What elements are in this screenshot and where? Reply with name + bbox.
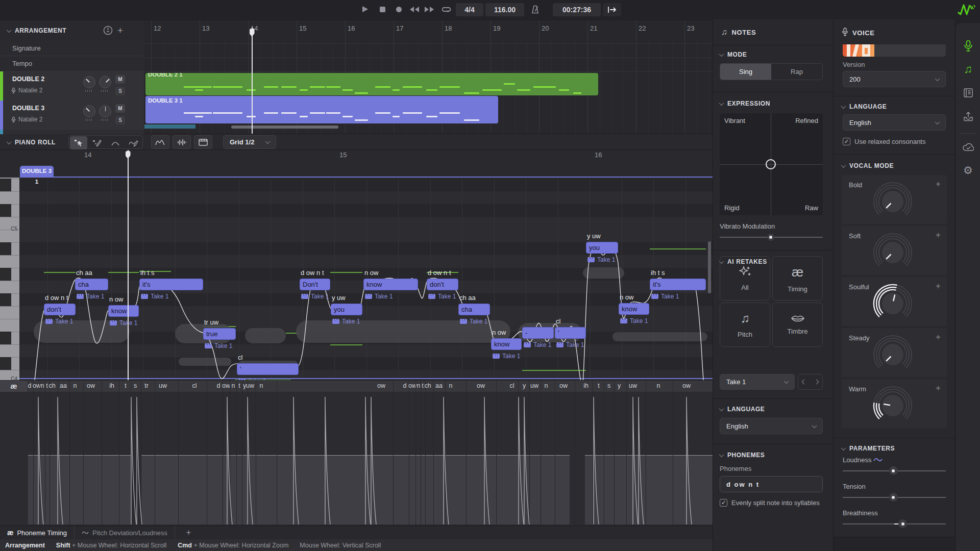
track-volume-knob[interactable] (83, 105, 95, 117)
mute-button[interactable]: M (115, 104, 125, 113)
timing-boundary[interactable] (83, 392, 84, 525)
mode-sing-button[interactable]: Sing (720, 64, 771, 80)
clip-tab[interactable]: DOUBLE 3 1 (20, 166, 54, 177)
tempo-track-icon[interactable] (103, 26, 113, 37)
arrangement-header[interactable]: ARRANGEMENT (7, 27, 66, 34)
phoneme-cell[interactable]: ch (423, 382, 433, 389)
timing-boundary[interactable] (604, 392, 604, 525)
take-label[interactable]: Take 1 (524, 341, 551, 348)
mute-button[interactable]: M (115, 75, 125, 84)
note[interactable]: know (363, 279, 418, 290)
voice-card-thumbnail[interactable] (843, 44, 946, 57)
black-key[interactable] (0, 204, 11, 217)
note[interactable]: it's (650, 279, 706, 290)
grid-select-dropdown[interactable]: Grid 1/2 (223, 135, 276, 149)
phonemes-input[interactable]: d ow n t (720, 476, 823, 492)
fast-forward-button[interactable] (423, 2, 436, 16)
add-automation-button[interactable]: + (936, 332, 941, 342)
note[interactable]: you (331, 304, 362, 315)
phoneme-cell[interactable]: n (70, 382, 80, 389)
metronome-icon[interactable] (528, 2, 542, 16)
timing-boundary[interactable] (445, 392, 446, 525)
piano-roll[interactable]: 141516DOUBLE 3 1C5C4don'td ow n tTake 1c… (0, 150, 713, 380)
phoneme-cell[interactable]: uw (628, 382, 638, 389)
microphone-icon[interactable] (956, 37, 980, 55)
voice-language-section-header[interactable]: LANGUAGE (842, 103, 887, 110)
timing-boundary[interactable] (207, 392, 207, 525)
voice-language-dropdown[interactable]: English (843, 114, 946, 131)
phoneme-cell[interactable]: tr (141, 382, 152, 389)
checkbox-checked-icon[interactable]: ✓ (720, 499, 727, 507)
horizontal-scrollbar[interactable] (231, 126, 338, 129)
add-automation-button[interactable]: + (936, 230, 941, 240)
timing-boundary[interactable] (230, 392, 230, 525)
phoneme-cell[interactable]: ih (107, 382, 117, 389)
music-note-icon[interactable]: ♫ (956, 61, 980, 78)
clip-double-2-1[interactable]: DOUBLE 2 1 (145, 73, 598, 95)
note-select-tool[interactable] (70, 136, 87, 149)
timing-boundary[interactable] (155, 392, 155, 525)
phoneme-cell[interactable]: uw (245, 382, 255, 389)
timing-boundary[interactable] (529, 392, 530, 525)
black-key[interactable] (0, 242, 11, 255)
timing-boundary[interactable] (421, 392, 421, 525)
track-row[interactable]: DOUBLE 3Natalie 2MS (0, 101, 144, 130)
solo-button[interactable]: S (115, 87, 125, 95)
timing-boundary[interactable] (646, 392, 646, 525)
next-take-button[interactable] (811, 374, 823, 389)
tab-pitch-deviation-loudness[interactable]: Pitch Deviation/Loudness (74, 526, 175, 539)
retake-pitch-button[interactable]: ♫Pitch (720, 303, 770, 347)
record-button[interactable] (392, 2, 405, 16)
phoneme-timing-lane[interactable] (0, 392, 713, 525)
timing-boundary[interactable] (33, 392, 34, 525)
collapse-chevron-icon[interactable] (7, 139, 12, 144)
black-key[interactable] (0, 179, 11, 191)
take-label[interactable]: Take 1 (332, 318, 360, 325)
phoneme-cell[interactable]: ow (476, 382, 486, 389)
timing-boundary[interactable] (236, 392, 237, 525)
automation-row-tempo[interactable]: Tempo (0, 56, 144, 71)
phoneme-cell[interactable]: ow (681, 382, 692, 389)
piano-roll-header[interactable]: PIANO ROLL (7, 139, 56, 146)
take-label[interactable]: Take 1 (77, 293, 104, 300)
go-to-end-button[interactable] (603, 3, 621, 16)
export-icon[interactable] (956, 108, 980, 125)
timing-boundary[interactable] (102, 392, 102, 525)
add-automation-button[interactable]: + (936, 179, 941, 189)
tempo-display[interactable]: 116.00 (485, 3, 524, 16)
take-label[interactable]: Take 1 (620, 317, 648, 324)
note[interactable]: don't (44, 304, 76, 315)
timing-boundary[interactable] (242, 392, 242, 525)
black-key[interactable] (0, 332, 11, 344)
tab-phoneme-timing[interactable]: æPhoneme Timing (0, 526, 74, 539)
timing-boundary[interactable] (248, 392, 248, 525)
split-syllables-checkbox-row[interactable]: ✓ Evenly split note into syllables (720, 499, 820, 507)
take-label[interactable]: Take 1 (141, 293, 168, 300)
phoneme-cell[interactable]: n (541, 382, 551, 389)
timing-boundary[interactable] (131, 392, 131, 525)
phoneme-cell[interactable]: uw (529, 382, 540, 389)
timing-boundary[interactable] (178, 392, 179, 525)
loop-button[interactable] (440, 2, 453, 16)
retake-timing-button[interactable]: æTiming (772, 256, 823, 300)
add-track-button[interactable]: + (117, 25, 123, 36)
take-label[interactable]: Take 1 (365, 293, 393, 300)
automation-row-signature[interactable]: Signature (0, 41, 144, 56)
solo-button[interactable]: S (115, 116, 125, 124)
take-label[interactable]: Take 1 (45, 318, 73, 325)
phoneme-cell[interactable]: t (594, 382, 604, 389)
timing-boundary[interactable] (575, 392, 575, 525)
note-language-dropdown[interactable]: English (720, 418, 823, 434)
rewind-button[interactable] (408, 2, 421, 16)
timing-boundary[interactable] (119, 392, 119, 525)
phoneme-cell[interactable]: n (653, 382, 664, 389)
add-automation-button[interactable]: + (936, 383, 941, 393)
black-key[interactable] (0, 268, 11, 281)
timing-boundary[interactable] (409, 392, 409, 525)
timing-boundary[interactable] (593, 392, 593, 525)
take-label[interactable]: Take 1 (460, 318, 487, 325)
expression-xy-pad[interactable]: Vibrant Refined Rigid Raw (720, 113, 823, 215)
relaxed-consonants-checkbox-row[interactable]: ✓ Use relaxed consonants (843, 138, 925, 145)
phoneme-row[interactable]: ædowntchaanowihtstruwcldowntyuwnowdowntc… (0, 380, 713, 392)
timing-boundary[interactable] (518, 392, 519, 525)
